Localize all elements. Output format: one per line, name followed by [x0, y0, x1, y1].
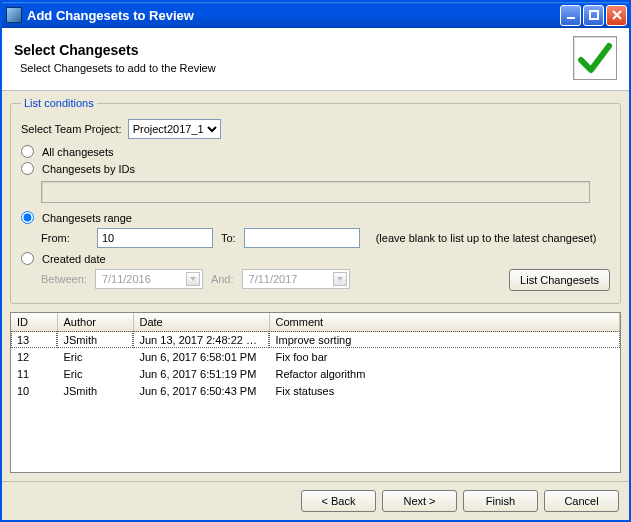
cell-author: Eric — [57, 348, 133, 365]
cell-comment: Refactor algorithm — [269, 365, 620, 382]
page-subtitle: Select Changesets to add to the Review — [14, 62, 573, 74]
cell-id: 10 — [11, 382, 57, 399]
dialog-window: Add Changesets to Review Select Changese… — [0, 0, 631, 522]
page-title: Select Changesets — [14, 42, 573, 58]
minimize-icon — [565, 9, 577, 21]
banner: Select Changesets Select Changesets to a… — [2, 28, 629, 91]
cell-comment: Fix foo bar — [269, 348, 620, 365]
range-from-input[interactable] — [97, 228, 213, 248]
next-button[interactable]: Next > — [382, 490, 457, 512]
radio-ids-input[interactable] — [21, 162, 34, 175]
radio-created-label: Created date — [42, 253, 106, 265]
table-row[interactable]: 11 Eric Jun 6, 2017 6:51:19 PM Refactor … — [11, 365, 620, 382]
radio-created-date[interactable]: Created date — [21, 252, 106, 265]
svg-rect-1 — [590, 11, 598, 19]
table-row[interactable]: 10 JSmith Jun 6, 2017 6:50:43 PM Fix sta… — [11, 382, 620, 399]
radio-range[interactable]: Changesets range — [21, 211, 132, 224]
chevron-down-icon — [333, 272, 347, 286]
cell-id: 11 — [11, 365, 57, 382]
footer: < Back Next > Finish Cancel — [2, 481, 629, 520]
svg-rect-0 — [567, 17, 575, 19]
project-select[interactable]: Project2017_1 — [128, 119, 221, 139]
app-icon — [6, 7, 22, 23]
range-hint: (leave blank to list up to the latest ch… — [376, 232, 597, 244]
and-value: 7/11/2017 — [249, 273, 298, 285]
radio-all-label: All changesets — [42, 146, 114, 158]
between-value: 7/11/2016 — [102, 273, 151, 285]
and-label: And: — [211, 273, 234, 285]
list-changesets-button[interactable]: List Changesets — [509, 269, 610, 291]
close-icon — [611, 9, 623, 21]
conditions-legend: List conditions — [21, 97, 97, 109]
col-date-header[interactable]: Date — [133, 313, 269, 331]
col-id-header[interactable]: ID — [11, 313, 57, 331]
between-datepicker: 7/11/2016 — [95, 269, 203, 289]
cell-author: JSmith — [57, 382, 133, 399]
range-to-input[interactable] — [244, 228, 360, 248]
finish-button[interactable]: Finish — [463, 490, 538, 512]
cell-date: Jun 6, 2017 6:50:43 PM — [133, 382, 269, 399]
and-datepicker: 7/11/2017 — [242, 269, 350, 289]
cell-id: 12 — [11, 348, 57, 365]
cell-comment: Fix statuses — [269, 382, 620, 399]
col-author-header[interactable]: Author — [57, 313, 133, 331]
cell-date: Jun 13, 2017 2:48:22 … — [133, 331, 269, 348]
window-title: Add Changesets to Review — [27, 8, 194, 23]
table-row[interactable]: 13 JSmith Jun 13, 2017 2:48:22 … Improve… — [11, 331, 620, 348]
minimize-button[interactable] — [560, 5, 581, 26]
changesets-table-wrap[interactable]: ID Author Date Comment 13 JSmith Jun 13,… — [10, 312, 621, 473]
cancel-button[interactable]: Cancel — [544, 490, 619, 512]
maximize-button[interactable] — [583, 5, 604, 26]
cell-author: JSmith — [57, 331, 133, 348]
cell-author: Eric — [57, 365, 133, 382]
project-label: Select Team Project: — [21, 123, 122, 135]
radio-range-label: Changesets range — [42, 212, 132, 224]
ids-input — [41, 181, 590, 203]
col-comment-header[interactable]: Comment — [269, 313, 620, 331]
radio-by-ids[interactable]: Changesets by IDs — [21, 162, 135, 175]
radio-all-input[interactable] — [21, 145, 34, 158]
close-button[interactable] — [606, 5, 627, 26]
radio-created-input[interactable] — [21, 252, 34, 265]
cell-date: Jun 6, 2017 6:58:01 PM — [133, 348, 269, 365]
back-button[interactable]: < Back — [301, 490, 376, 512]
cell-comment: Improve sorting — [269, 331, 620, 348]
range-to-label: To: — [221, 232, 236, 244]
changesets-table: ID Author Date Comment 13 JSmith Jun 13,… — [11, 313, 620, 399]
checkmark-icon — [573, 36, 617, 80]
maximize-icon — [588, 9, 600, 21]
range-from-label: From: — [41, 232, 89, 244]
radio-range-input[interactable] — [21, 211, 34, 224]
radio-all-changesets[interactable]: All changesets — [21, 145, 114, 158]
radio-ids-label: Changesets by IDs — [42, 163, 135, 175]
table-row[interactable]: 12 Eric Jun 6, 2017 6:58:01 PM Fix foo b… — [11, 348, 620, 365]
between-label: Between: — [41, 273, 87, 285]
conditions-group: List conditions Select Team Project: Pro… — [10, 97, 621, 304]
chevron-down-icon — [186, 272, 200, 286]
cell-date: Jun 6, 2017 6:51:19 PM — [133, 365, 269, 382]
cell-id: 13 — [11, 331, 57, 348]
titlebar[interactable]: Add Changesets to Review — [2, 2, 629, 28]
